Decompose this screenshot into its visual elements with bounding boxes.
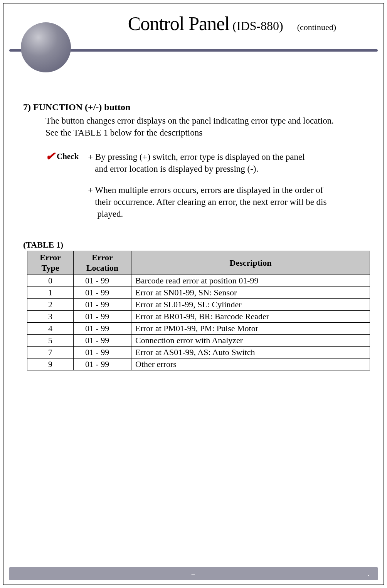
footer-bar: － . [9,567,378,580]
footer-page-number: － [189,569,198,579]
title-model: (IDS-880) [229,19,283,33]
header-decorative-sphere [21,22,71,72]
footer-right-text: . [368,570,371,578]
title-continued: (continued) [297,22,336,32]
title-main: Control Panel [128,13,229,34]
page-header: Control Panel (IDS-880)(continued) [0,0,387,52]
page-border [3,3,384,585]
